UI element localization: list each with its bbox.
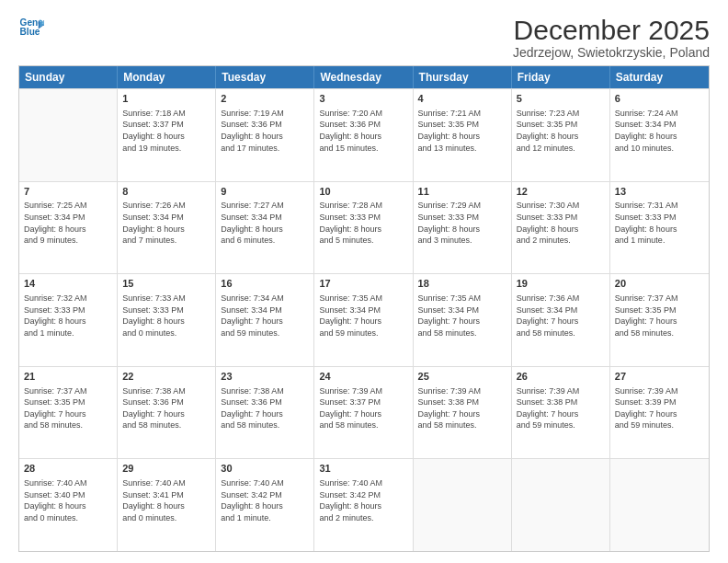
cell-info: Sunrise: 7:32 AM Sunset: 3:33 PM Dayligh… [24, 293, 112, 339]
cell-info: Sunrise: 7:25 AM Sunset: 3:34 PM Dayligh… [24, 200, 112, 246]
cell-info: Sunrise: 7:40 AM Sunset: 3:42 PM Dayligh… [221, 477, 309, 523]
day-number: 27 [615, 370, 704, 384]
cell-info: Sunrise: 7:38 AM Sunset: 3:36 PM Dayligh… [221, 385, 309, 431]
calendar-header-cell: Monday [118, 66, 216, 88]
calendar-cell: 12Sunrise: 7:30 AM Sunset: 3:33 PM Dayli… [512, 182, 610, 274]
day-number: 4 [418, 92, 506, 106]
calendar-row: 21Sunrise: 7:37 AM Sunset: 3:35 PM Dayli… [19, 366, 709, 459]
calendar-cell: 29Sunrise: 7:40 AM Sunset: 3:41 PM Dayli… [118, 459, 216, 551]
logo-icon: General Blue [18, 15, 44, 40]
calendar-cell: 23Sunrise: 7:38 AM Sunset: 3:36 PM Dayli… [216, 367, 314, 459]
day-number: 3 [319, 92, 407, 106]
calendar-header-cell: Saturday [610, 66, 709, 88]
title-block: December 2025 Jedrzejow, Swietokrzyskie,… [513, 15, 710, 60]
day-number: 14 [24, 277, 112, 291]
cell-info: Sunrise: 7:40 AM Sunset: 3:40 PM Dayligh… [24, 477, 112, 523]
calendar-cell: 5Sunrise: 7:23 AM Sunset: 3:35 PM Daylig… [512, 89, 610, 181]
calendar-cell: 19Sunrise: 7:36 AM Sunset: 3:34 PM Dayli… [512, 274, 610, 366]
cell-info: Sunrise: 7:35 AM Sunset: 3:34 PM Dayligh… [418, 293, 506, 339]
calendar-header-cell: Friday [512, 66, 610, 88]
cell-info: Sunrise: 7:31 AM Sunset: 3:33 PM Dayligh… [615, 200, 704, 246]
calendar-cell: 4Sunrise: 7:21 AM Sunset: 3:35 PM Daylig… [414, 89, 512, 181]
day-number: 19 [517, 277, 605, 291]
cell-info: Sunrise: 7:35 AM Sunset: 3:34 PM Dayligh… [319, 293, 407, 339]
calendar-cell: 1Sunrise: 7:18 AM Sunset: 3:37 PM Daylig… [118, 89, 216, 181]
calendar-cell: 9Sunrise: 7:27 AM Sunset: 3:34 PM Daylig… [216, 182, 314, 274]
cell-info: Sunrise: 7:39 AM Sunset: 3:39 PM Dayligh… [615, 385, 704, 431]
day-number: 2 [221, 92, 309, 106]
subtitle: Jedrzejow, Swietokrzyskie, Poland [513, 45, 710, 60]
page: General Blue December 2025 Jedrzejow, Sw… [0, 0, 728, 563]
calendar-cell: 31Sunrise: 7:40 AM Sunset: 3:42 PM Dayli… [314, 459, 413, 551]
day-number: 12 [517, 185, 605, 199]
calendar-cell: 25Sunrise: 7:39 AM Sunset: 3:38 PM Dayli… [414, 367, 512, 459]
cell-info: Sunrise: 7:26 AM Sunset: 3:34 PM Dayligh… [122, 200, 210, 246]
calendar-cell: 15Sunrise: 7:33 AM Sunset: 3:33 PM Dayli… [118, 274, 216, 366]
calendar-header-cell: Thursday [414, 66, 512, 88]
day-number: 22 [122, 370, 210, 384]
calendar-row: 1Sunrise: 7:18 AM Sunset: 3:37 PM Daylig… [19, 88, 709, 181]
cell-info: Sunrise: 7:38 AM Sunset: 3:36 PM Dayligh… [122, 385, 210, 431]
calendar-cell: 18Sunrise: 7:35 AM Sunset: 3:34 PM Dayli… [414, 274, 512, 366]
calendar-cell [610, 459, 709, 551]
calendar-header-cell: Wednesday [314, 66, 413, 88]
cell-info: Sunrise: 7:27 AM Sunset: 3:34 PM Dayligh… [221, 200, 309, 246]
day-number: 30 [221, 462, 309, 476]
calendar-cell [414, 459, 512, 551]
day-number: 9 [221, 185, 309, 199]
calendar-cell: 30Sunrise: 7:40 AM Sunset: 3:42 PM Dayli… [216, 459, 314, 551]
main-title: December 2025 [513, 15, 710, 45]
day-number: 5 [517, 92, 605, 106]
day-number: 24 [319, 370, 407, 384]
day-number: 7 [24, 185, 112, 199]
calendar-row: 14Sunrise: 7:32 AM Sunset: 3:33 PM Dayli… [19, 273, 709, 366]
cell-info: Sunrise: 7:39 AM Sunset: 3:38 PM Dayligh… [418, 385, 506, 431]
calendar-cell: 26Sunrise: 7:39 AM Sunset: 3:38 PM Dayli… [512, 367, 610, 459]
day-number: 20 [615, 277, 704, 291]
logo: General Blue [18, 15, 44, 40]
day-number: 10 [319, 185, 407, 199]
day-number: 15 [122, 277, 210, 291]
day-number: 8 [122, 185, 210, 199]
calendar-cell [19, 89, 118, 181]
calendar-row: 28Sunrise: 7:40 AM Sunset: 3:40 PM Dayli… [19, 458, 709, 551]
day-number: 6 [615, 92, 704, 106]
calendar-cell: 2Sunrise: 7:19 AM Sunset: 3:36 PM Daylig… [216, 89, 314, 181]
calendar-cell: 13Sunrise: 7:31 AM Sunset: 3:33 PM Dayli… [610, 182, 709, 274]
day-number: 11 [418, 185, 506, 199]
cell-info: Sunrise: 7:29 AM Sunset: 3:33 PM Dayligh… [418, 200, 506, 246]
cell-info: Sunrise: 7:34 AM Sunset: 3:34 PM Dayligh… [221, 293, 309, 339]
calendar-cell: 20Sunrise: 7:37 AM Sunset: 3:35 PM Dayli… [610, 274, 709, 366]
day-number: 23 [221, 370, 309, 384]
day-number: 13 [615, 185, 704, 199]
day-number: 21 [24, 370, 112, 384]
cell-info: Sunrise: 7:37 AM Sunset: 3:35 PM Dayligh… [24, 385, 112, 431]
calendar-cell: 17Sunrise: 7:35 AM Sunset: 3:34 PM Dayli… [314, 274, 413, 366]
cell-info: Sunrise: 7:40 AM Sunset: 3:42 PM Dayligh… [319, 477, 407, 523]
cell-info: Sunrise: 7:18 AM Sunset: 3:37 PM Dayligh… [122, 108, 210, 154]
calendar-cell: 10Sunrise: 7:28 AM Sunset: 3:33 PM Dayli… [314, 182, 413, 274]
calendar-cell: 3Sunrise: 7:20 AM Sunset: 3:36 PM Daylig… [314, 89, 413, 181]
cell-info: Sunrise: 7:30 AM Sunset: 3:33 PM Dayligh… [517, 200, 605, 246]
day-number: 17 [319, 277, 407, 291]
day-number: 18 [418, 277, 506, 291]
day-number: 16 [221, 277, 309, 291]
cell-info: Sunrise: 7:28 AM Sunset: 3:33 PM Dayligh… [319, 200, 407, 246]
calendar-cell: 27Sunrise: 7:39 AM Sunset: 3:39 PM Dayli… [610, 367, 709, 459]
day-number: 1 [122, 92, 210, 106]
calendar-cell: 14Sunrise: 7:32 AM Sunset: 3:33 PM Dayli… [19, 274, 118, 366]
calendar-header-cell: Sunday [19, 66, 118, 88]
cell-info: Sunrise: 7:23 AM Sunset: 3:35 PM Dayligh… [517, 108, 605, 154]
cell-info: Sunrise: 7:40 AM Sunset: 3:41 PM Dayligh… [122, 477, 210, 523]
calendar-header-row: SundayMondayTuesdayWednesdayThursdayFrid… [19, 66, 709, 88]
calendar-cell: 24Sunrise: 7:39 AM Sunset: 3:37 PM Dayli… [314, 367, 413, 459]
cell-info: Sunrise: 7:36 AM Sunset: 3:34 PM Dayligh… [517, 293, 605, 339]
calendar-cell: 6Sunrise: 7:24 AM Sunset: 3:34 PM Daylig… [610, 89, 709, 181]
calendar-body: 1Sunrise: 7:18 AM Sunset: 3:37 PM Daylig… [19, 88, 709, 551]
calendar-cell: 22Sunrise: 7:38 AM Sunset: 3:36 PM Dayli… [118, 367, 216, 459]
cell-info: Sunrise: 7:39 AM Sunset: 3:38 PM Dayligh… [517, 385, 605, 431]
calendar-cell: 8Sunrise: 7:26 AM Sunset: 3:34 PM Daylig… [118, 182, 216, 274]
cell-info: Sunrise: 7:39 AM Sunset: 3:37 PM Dayligh… [319, 385, 407, 431]
header: General Blue December 2025 Jedrzejow, Sw… [18, 15, 710, 60]
cell-info: Sunrise: 7:20 AM Sunset: 3:36 PM Dayligh… [319, 108, 407, 154]
